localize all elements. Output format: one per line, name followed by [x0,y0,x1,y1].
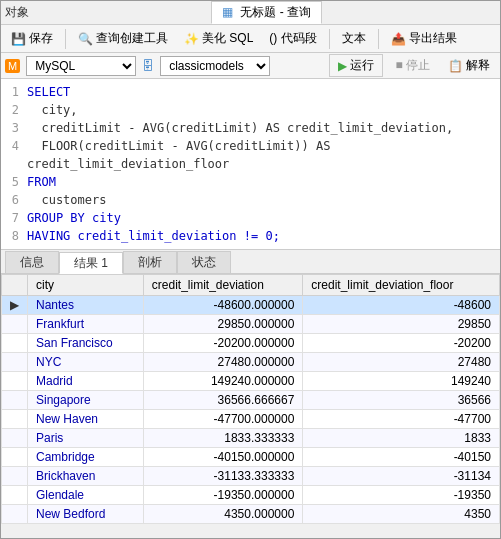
cell-deviation: 29850.000000 [143,315,303,334]
tab-profile[interactable]: 剖析 [123,251,177,273]
beautify-button[interactable]: ✨ 美化 SQL [178,28,259,49]
row-arrow [2,372,28,391]
cell-floor: -48600 [303,296,500,315]
code-button[interactable]: () 代码段 [263,28,322,49]
table-row[interactable]: ▶ Nantes -48600.000000 -48600 [2,296,500,315]
sql-line-8: 8 HAVING credit_limit_deviation != 0; [1,227,500,245]
cell-city: Nantes [28,296,144,315]
tab-info[interactable]: 信息 [5,251,59,273]
row-arrow [2,391,28,410]
cell-deviation: 1833.333333 [143,429,303,448]
query-icon: 🔍 [78,32,93,46]
query-tool-button[interactable]: 🔍 查询创建工具 [72,28,174,49]
table-row[interactable]: Brickhaven -31133.333333 -31134 [2,467,500,486]
cell-floor: 29850 [303,315,500,334]
cell-city: Frankfurt [28,315,144,334]
cell-deviation: 36566.666667 [143,391,303,410]
run-button[interactable]: ▶ 运行 [329,54,383,77]
tab-status[interactable]: 状态 [177,251,231,273]
cell-floor: -31134 [303,467,500,486]
result-table: city credit_limit_deviation credit_limit… [1,274,500,524]
row-arrow [2,448,28,467]
mysql-icon: M [5,59,20,73]
sql-editor[interactable]: 1 SELECT 2 city, 3 creditLimit - AVG(cre… [1,79,500,250]
app-window: 对象 ▦ 无标题 - 查询 💾 保存 🔍 查询创建工具 ✨ 美化 SQL () … [0,0,501,539]
cell-city: Madrid [28,372,144,391]
text-button[interactable]: 文本 [336,28,372,49]
run-icon: ▶ [338,59,347,73]
db-type-select[interactable]: MySQL [26,56,136,76]
cell-deviation: -40150.000000 [143,448,303,467]
result-tabs: 信息 结果 1 剖析 状态 [1,250,500,274]
cell-deviation: 149240.000000 [143,372,303,391]
beautify-icon: ✨ [184,32,199,46]
table-row[interactable]: Singapore 36566.666667 36566 [2,391,500,410]
explain-button[interactable]: 📋 解释 [442,55,496,76]
toolbar-sep-3 [378,29,379,49]
table-row[interactable]: New Haven -47700.000000 -47700 [2,410,500,429]
cell-floor: -40150 [303,448,500,467]
result-wrapper[interactable]: city credit_limit_deviation credit_limit… [1,274,500,538]
table-row[interactable]: San Francisco -20200.000000 -20200 [2,334,500,353]
sql-line-7: 7 GROUP BY city [1,209,500,227]
row-arrow [2,353,28,372]
table-row[interactable]: New Bedford 4350.000000 4350 [2,505,500,524]
table-row[interactable]: Madrid 149240.000000 149240 [2,372,500,391]
table-header-row: city credit_limit_deviation credit_limit… [2,275,500,296]
col-deviation[interactable]: credit_limit_deviation [143,275,303,296]
sql-line-1: 1 SELECT [1,83,500,101]
export-button[interactable]: 📤 导出结果 [385,28,463,49]
col-floor[interactable]: credit_limit_deviation_floor [303,275,500,296]
export-icon: 📤 [391,32,406,46]
cell-deviation: -48600.000000 [143,296,303,315]
table-row[interactable]: Glendale -19350.000000 -19350 [2,486,500,505]
sql-line-6: 6 customers [1,191,500,209]
tab-result1[interactable]: 结果 1 [59,252,123,274]
cell-city: Paris [28,429,144,448]
table-row[interactable]: Frankfurt 29850.000000 29850 [2,315,500,334]
table-icon: ▦ [222,5,233,19]
col-arrow [2,275,28,296]
cell-floor: 1833 [303,429,500,448]
cell-floor: -19350 [303,486,500,505]
cell-floor: 27480 [303,353,500,372]
side-label: 对象 [5,4,29,21]
cell-floor: 149240 [303,372,500,391]
cell-city: Glendale [28,486,144,505]
cell-deviation: -31133.333333 [143,467,303,486]
row-arrow [2,429,28,448]
cell-floor: 36566 [303,391,500,410]
table-row[interactable]: NYC 27480.000000 27480 [2,353,500,372]
row-arrow [2,486,28,505]
cell-city: New Bedford [28,505,144,524]
sql-line-3: 3 creditLimit - AVG(creditLimit) AS cred… [1,119,500,137]
row-arrow [2,505,28,524]
cell-deviation: -20200.000000 [143,334,303,353]
cell-city: Singapore [28,391,144,410]
title-bar: 对象 ▦ 无标题 - 查询 [1,1,500,25]
window-tab[interactable]: ▦ 无标题 - 查询 [211,1,322,24]
cell-floor: -20200 [303,334,500,353]
save-button[interactable]: 💾 保存 [5,28,59,49]
cell-deviation: -19350.000000 [143,486,303,505]
col-city[interactable]: city [28,275,144,296]
row-arrow [2,315,28,334]
sql-line-2: 2 city, [1,101,500,119]
cell-deviation: -47700.000000 [143,410,303,429]
table-row[interactable]: Paris 1833.333333 1833 [2,429,500,448]
cell-deviation: 27480.000000 [143,353,303,372]
toolbar-sep-2 [329,29,330,49]
toolbar-db: M MySQL 🗄 classicmodels ▶ 运行 ■ 停止 📋 解释 [1,53,500,79]
schema-icon: 🗄 [142,59,154,73]
explain-icon: 📋 [448,59,463,73]
cell-floor: -47700 [303,410,500,429]
row-arrow [2,467,28,486]
schema-select[interactable]: classicmodels [160,56,270,76]
stop-button[interactable]: ■ 停止 [389,55,436,76]
cell-city: Cambridge [28,448,144,467]
row-arrow [2,410,28,429]
cell-city: New Haven [28,410,144,429]
cell-city: NYC [28,353,144,372]
table-row[interactable]: Cambridge -40150.000000 -40150 [2,448,500,467]
cell-city: San Francisco [28,334,144,353]
